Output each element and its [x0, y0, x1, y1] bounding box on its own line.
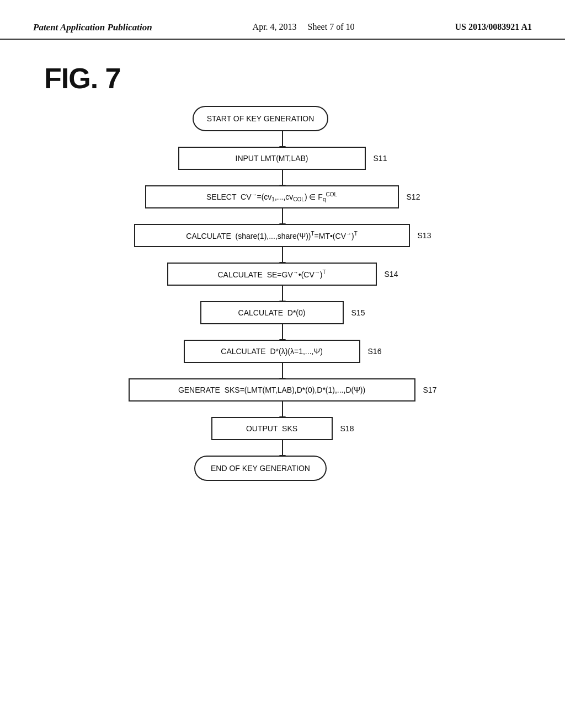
s15-node: CALCULATE D*(0) — [200, 301, 344, 324]
s15-text: CALCULATE D*(0) — [238, 308, 306, 317]
page-header: Patent Application Publication Apr. 4, 2… — [0, 0, 565, 40]
s12-node: SELECT CV→=(cv1,...,cvCOL) ∈ FqCOL — [145, 185, 399, 208]
flowchart: START OF KEY GENERATION INPUT LMT(MT,LAB… — [0, 106, 565, 514]
s13-node: CALCULATE (share(1),...,share(Ψ))T=MT•(C… — [134, 224, 410, 247]
s13-text: CALCULATE (share(1),...,share(Ψ))T=MT•(C… — [186, 231, 357, 240]
s16-node: CALCULATE D*(λ)(λ=1,...,Ψ) — [184, 340, 360, 363]
s11-row: INPUT LMT(MT,LAB) S11 — [0, 147, 565, 170]
publication-number: US 2013/0083921 A1 — [455, 22, 532, 32]
figure-label: FIG. 7 — [44, 62, 565, 95]
s17-text: GENERATE SKS=(LMT(MT,LAB),D*(0),D*(1),..… — [178, 386, 365, 394]
s16-text: CALCULATE D*(λ)(λ=1,...,Ψ) — [221, 347, 323, 356]
end-row: END OF KEY GENERATION — [0, 456, 565, 481]
s18-node: OUTPUT SKS — [211, 417, 333, 440]
arrow-3 — [282, 247, 283, 263]
s14-text: CALCULATE SE=GV→•(CV→)T — [217, 269, 326, 279]
sheet-info: Sheet 7 of 10 — [308, 22, 355, 31]
arrow-4 — [282, 286, 283, 301]
s11-node: INPUT LMT(MT,LAB) — [178, 147, 366, 170]
arrow-5 — [282, 324, 283, 340]
patent-page: Patent Application Publication Apr. 4, 2… — [0, 0, 565, 728]
s17-label: S17 — [423, 386, 437, 394]
s14-label: S14 — [385, 270, 398, 279]
s18-text: OUTPUT SKS — [246, 424, 297, 433]
s16-row: CALCULATE D*(λ)(λ=1,...,Ψ) S16 — [0, 340, 565, 363]
s17-node: GENERATE SKS=(LMT(MT,LAB),D*(0),D*(1),..… — [129, 378, 415, 402]
s16-label: S16 — [368, 347, 382, 356]
arrow-0 — [282, 131, 283, 147]
s14-row: CALCULATE SE=GV→•(CV→)T S14 — [0, 263, 565, 286]
publication-date-sheet: Apr. 4, 2013 Sheet 7 of 10 — [253, 22, 355, 32]
start-row: START OF KEY GENERATION — [0, 106, 565, 131]
arrow-7 — [282, 402, 283, 417]
s11-label: S11 — [374, 154, 387, 163]
publication-title: Patent Application Publication — [33, 22, 152, 33]
s13-row: CALCULATE (share(1),...,share(Ψ))T=MT•(C… — [0, 224, 565, 247]
arrow-2 — [282, 208, 283, 224]
s12-label: S12 — [407, 192, 420, 201]
s15-row: CALCULATE D*(0) S15 — [0, 301, 565, 324]
s17-row: GENERATE SKS=(LMT(MT,LAB),D*(0),D*(1),..… — [0, 378, 565, 402]
start-node: START OF KEY GENERATION — [193, 106, 329, 131]
s15-label: S15 — [351, 308, 365, 317]
arrow-1 — [282, 170, 283, 185]
end-node: END OF KEY GENERATION — [194, 456, 327, 481]
s13-label: S13 — [418, 231, 431, 240]
arrow-8 — [282, 440, 283, 456]
publication-date: Apr. 4, 2013 — [253, 22, 297, 31]
s18-label: S18 — [340, 424, 354, 433]
arrow-6 — [282, 363, 283, 378]
s14-node: CALCULATE SE=GV→•(CV→)T — [167, 263, 377, 286]
s12-text: SELECT CV→=(cv1,...,cvCOL) ∈ FqCOL — [206, 191, 337, 202]
s12-row: SELECT CV→=(cv1,...,cvCOL) ∈ FqCOL S12 — [0, 185, 565, 208]
s18-row: OUTPUT SKS S18 — [0, 417, 565, 440]
